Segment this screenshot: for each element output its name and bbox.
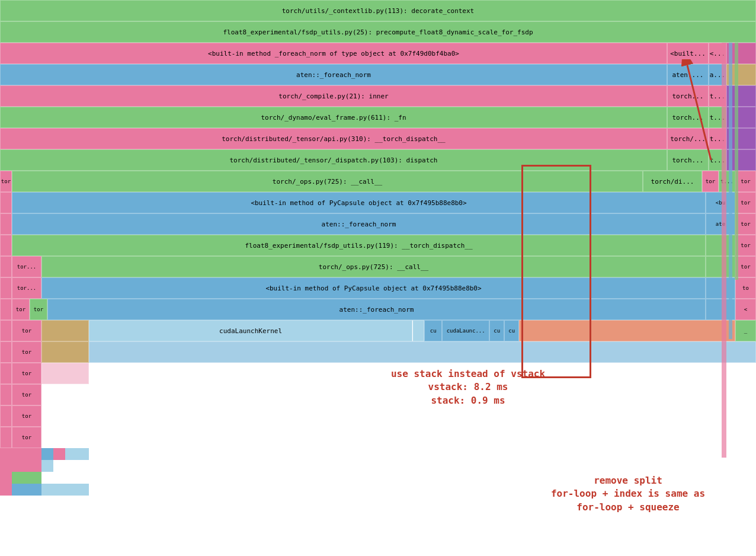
- cell-label: to: [742, 285, 749, 291]
- cell-label: tor...: [17, 264, 37, 270]
- flame-row-13[interactable]: tor... <built-in method of PyCapsule obj…: [0, 277, 756, 299]
- cell-tor18[interactable]: tor: [12, 384, 41, 405]
- flame-row-20[interactable]: tor: [0, 427, 756, 448]
- cell-tor14a[interactable]: tor: [12, 299, 30, 320]
- cell-label: tor: [22, 328, 31, 334]
- flame-row-1[interactable]: float8_experimental/fsdp_utils.py(25): p…: [0, 21, 756, 43]
- flame-row-15[interactable]: tor cudaLaunchKernel cu cudaLaunc... cu …: [0, 320, 756, 341]
- cell-dispatch-short1[interactable]: torch...: [667, 149, 709, 171]
- cell-tor17[interactable]: tor: [12, 363, 41, 384]
- cell-ops2-main[interactable]: torch/_ops.py(725): __call__: [41, 256, 706, 277]
- cell-tor-right[interactable]: tor: [735, 171, 756, 192]
- flame-row-16[interactable]: tor: [0, 341, 756, 363]
- cell-dynamo-short1[interactable]: torch...: [667, 107, 709, 128]
- cell-left-slim20: [0, 427, 12, 448]
- cell-ops-main[interactable]: torch/_ops.py(725): __call__: [12, 171, 643, 192]
- cell-tensor-api-short1[interactable]: torch/...: [667, 128, 709, 149]
- cell-aten3-main[interactable]: aten::_foreach_norm: [47, 299, 706, 320]
- cell-left-slim11: [0, 235, 12, 256]
- cell-label: tor: [22, 370, 31, 376]
- cell-left-slim10: [0, 213, 12, 235]
- cell-left-slim9: [0, 192, 12, 213]
- cell-left-slim17: [0, 363, 12, 384]
- flame-row-2[interactable]: <built-in method _foreach_norm of type o…: [0, 43, 756, 64]
- cell-label: tor: [741, 178, 750, 184]
- cell-label: tor: [16, 306, 25, 312]
- cell-ops2-tor[interactable]: tor: [735, 256, 756, 277]
- cell-cu2[interactable]: cu: [489, 320, 504, 341]
- cell-tor20[interactable]: tor: [12, 427, 41, 448]
- cell-label: tor: [22, 434, 31, 440]
- flame-row-10[interactable]: aten::_foreach_norm ate tor: [0, 213, 756, 235]
- cell-label: torch...: [672, 114, 704, 122]
- cell-cuda-right[interactable]: _: [735, 320, 756, 341]
- cell-left-slim12: [0, 256, 12, 277]
- cell-aten2-tor[interactable]: tor: [735, 213, 756, 235]
- flame-row-12[interactable]: tor... torch/_ops.py(725): __call__ tor: [0, 256, 756, 277]
- cell-label: tor: [741, 264, 750, 270]
- flame-row-9[interactable]: <built-in method of PyCapsule object at …: [0, 192, 756, 213]
- cell-aten-main[interactable]: aten::_foreach_norm: [0, 64, 667, 85]
- cell-label: torch/distributed/_tensor/_dispatch.py(1…: [230, 156, 438, 164]
- cell-tor16[interactable]: tor: [12, 341, 41, 363]
- cell-label: torch/_ops.py(725): __call__: [273, 178, 382, 186]
- flame-row-7[interactable]: torch/distributed/_tensor/_dispatch.py(1…: [0, 149, 756, 171]
- bottom-row-a: [0, 448, 756, 460]
- cell-tensor-api-main[interactable]: torch/distributed/_tensor/api.py(310): _…: [0, 128, 667, 149]
- cell-rest16: [89, 341, 756, 363]
- cell-foreach-norm-short1[interactable]: <built...: [667, 43, 709, 64]
- cell-tor19[interactable]: tor: [12, 405, 41, 427]
- cell-cuda-main[interactable]: cudaLaunchKernel: [89, 320, 412, 341]
- cell-tor-left[interactable]: tor: [0, 171, 12, 192]
- cell-cu1[interactable]: cu: [424, 320, 442, 341]
- cell-compile-main[interactable]: torch/_compile.py(21): inner: [0, 85, 667, 107]
- cell-pycapsule2-main[interactable]: <built-in method of PyCapsule object at …: [41, 277, 706, 299]
- cell-label: float8_experimental/fsdp_utils.py(119): …: [245, 242, 472, 250]
- flame-row-19[interactable]: tor: [0, 405, 756, 427]
- cell-left-slim13: [0, 277, 12, 299]
- cell-dynamo-main[interactable]: torch/_dynamo/eval_frame.py(611): _fn: [0, 107, 667, 128]
- cell-float8-dispatch-main[interactable]: float8_experimental/fsdp_utils.py(119): …: [12, 235, 706, 256]
- cell-tor-mid[interactable]: tor: [702, 171, 719, 192]
- cell-label: _: [744, 328, 747, 334]
- cell-contextlib[interactable]: torch/utils/_contextlib.py(113): decorat…: [0, 0, 756, 21]
- cell-cuda-detail[interactable]: [519, 320, 735, 341]
- cell-label: aten::_foreach_norm: [339, 306, 414, 314]
- cell-label: tor: [741, 200, 750, 206]
- cell-cu3[interactable]: cu: [504, 320, 519, 341]
- cell-label: aten::_foreach_norm: [322, 221, 396, 228]
- cell-label: tor: [741, 221, 750, 227]
- cell-compile-short1[interactable]: torch...: [667, 85, 709, 107]
- cell-aten2-main[interactable]: aten::_foreach_norm: [12, 213, 706, 235]
- cell-foreach-norm-main[interactable]: <built-in method _foreach_norm of type o…: [0, 43, 667, 64]
- cell-aten3-lt[interactable]: <: [735, 299, 756, 320]
- flame-row-11[interactable]: float8_experimental/fsdp_utils.py(119): …: [0, 235, 756, 256]
- cell-float8[interactable]: float8_experimental/fsdp_utils.py(25): p…: [0, 21, 756, 43]
- cell-pycapsule-tor[interactable]: tor: [735, 192, 756, 213]
- cell-dispatch-main[interactable]: torch/distributed/_tensor/_dispatch.py(1…: [0, 149, 667, 171]
- cell-float8-dispatch-tor[interactable]: tor: [735, 235, 756, 256]
- cell-tor15[interactable]: tor: [12, 320, 41, 341]
- flame-row-5[interactable]: torch/_dynamo/eval_frame.py(611): _fn to…: [0, 107, 756, 128]
- cell-label: torch/_dynamo/eval_frame.py(611): _fn: [261, 114, 406, 122]
- cell-cudalaunc[interactable]: cudaLaunc...: [442, 320, 489, 341]
- cell-label: float8_experimental/fsdp_utils.py(25): p…: [223, 28, 533, 36]
- flame-row-4[interactable]: torch/_compile.py(21): inner torch... t.…: [0, 85, 756, 107]
- flame-row-0[interactable]: torch/utils/_contextlib.py(113): decorat…: [0, 0, 756, 21]
- cell-left-slim16: [0, 341, 12, 363]
- cell-rest17: [41, 363, 89, 384]
- cell-tor14b[interactable]: tor: [30, 299, 47, 320]
- cell-torch-di[interactable]: torch/di...: [643, 171, 702, 192]
- flame-row-14[interactable]: tor tor aten::_foreach_norm <: [0, 299, 756, 320]
- annotation-line1: use stack instead of vstack: [391, 368, 545, 379]
- cell-aten-short1[interactable]: aten:...: [667, 64, 709, 85]
- cell-pycapsule-main[interactable]: <built-in method of PyCapsule object at …: [12, 192, 706, 213]
- cell-cuda-mini1[interactable]: [412, 320, 424, 341]
- flame-row-3[interactable]: aten::_foreach_norm aten:... a...: [0, 64, 756, 85]
- cell-tor-dots13[interactable]: tor...: [12, 277, 41, 299]
- flame-row-6[interactable]: torch/distributed/_tensor/api.py(310): _…: [0, 128, 756, 149]
- cell-tor-dots12[interactable]: tor...: [12, 256, 41, 277]
- annotation-split-line2: for-loop + index is same as: [551, 488, 705, 499]
- flame-row-8[interactable]: tor torch/_ops.py(725): __call__ torch/d…: [0, 171, 756, 192]
- cell-pycapsule2-to[interactable]: to: [735, 277, 756, 299]
